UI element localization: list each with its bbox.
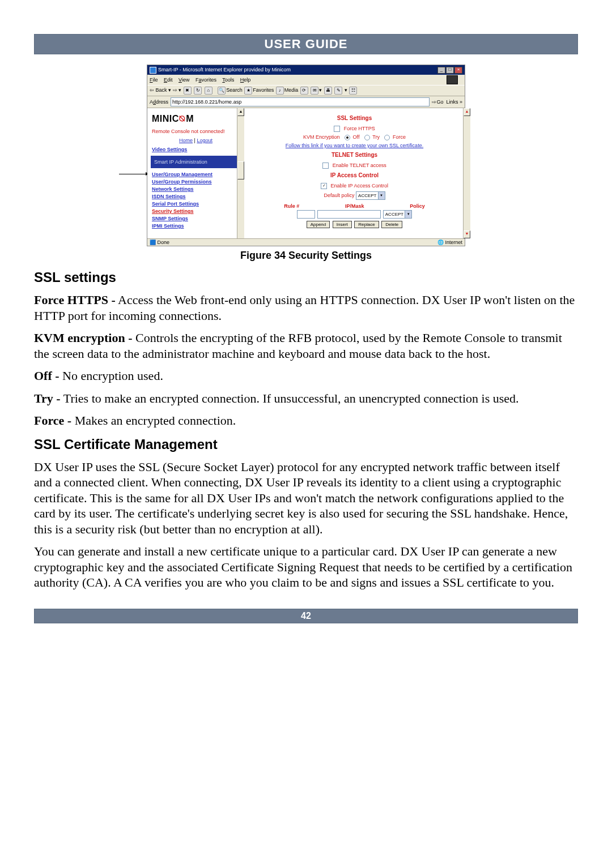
row-policy-select[interactable]: ACCEPT xyxy=(383,210,412,219)
main-scroll-up-icon[interactable]: ▲ xyxy=(464,108,470,116)
content-area: MINIC⦰M Remote Console not connected! Ho… xyxy=(147,108,465,238)
mail-icon[interactable]: ✉ xyxy=(311,87,318,95)
refresh-icon[interactable]: ↻ xyxy=(194,87,202,95)
term-try: Try - xyxy=(34,391,61,405)
sidebar-item-video[interactable]: Video Settings xyxy=(152,147,240,152)
kvm-radio-force[interactable] xyxy=(384,135,390,140)
term-off: Off - xyxy=(34,369,60,383)
para-off: Off - No encryption used. xyxy=(34,368,578,384)
status-done: 🟦 Done xyxy=(150,240,169,245)
window-buttons: _□× xyxy=(437,66,462,74)
media-button[interactable]: Media xyxy=(284,87,299,93)
ssl-cert-link[interactable]: Follow this link if you want to create y… xyxy=(250,143,459,148)
kvm-radio-try[interactable] xyxy=(364,135,370,140)
header-bar: USER GUIDE xyxy=(34,34,578,54)
ipac-buttons: Append Insert Replace Delete xyxy=(250,221,459,228)
home-icon[interactable]: ⌂ xyxy=(205,87,212,95)
home-logout: Home | Logout xyxy=(152,138,240,143)
sidebar-item-serial[interactable]: Serial Port Settings xyxy=(152,201,240,207)
history-icon[interactable]: ⟳ xyxy=(300,87,308,95)
sidebar-item-admin[interactable]: Smart IP Administration xyxy=(151,156,241,168)
search-icon[interactable]: 🔍 xyxy=(218,87,226,95)
print-icon[interactable]: 🖶 xyxy=(324,87,332,95)
force-https-row: Force HTTPS xyxy=(250,126,459,132)
main-scrollbar[interactable]: ▲ ▼ xyxy=(463,108,470,238)
sidebar-item-isdn[interactable]: ISDN Settings xyxy=(152,194,240,199)
para-force: Force - Makes an encrypted connection. xyxy=(34,413,578,429)
menu-help[interactable]: Help xyxy=(240,77,251,83)
status-zone: 🌐 Internet xyxy=(437,240,462,245)
rule-input[interactable] xyxy=(297,210,315,219)
sidebar-item-usergroup-mgmt[interactable]: User/Group Management xyxy=(152,172,240,177)
sidebar-item-ipmi[interactable]: IPMI Settings xyxy=(152,223,240,229)
term-kvm: KVM encryption - xyxy=(34,331,133,345)
telnet-enable-label: Enable TELNET access xyxy=(333,163,386,168)
status-bar: 🟦 Done 🌐 Internet xyxy=(147,238,465,246)
kvm-force-label: Force xyxy=(393,134,406,140)
scroll-up-icon[interactable]: ▲ xyxy=(237,108,244,116)
links-button[interactable]: Links » xyxy=(446,99,462,105)
append-button[interactable]: Append xyxy=(307,221,330,228)
stop-icon[interactable]: ✖ xyxy=(184,87,192,95)
ipac-table-header: Rule # IP/Mask Policy xyxy=(261,203,448,209)
ipac-enable-label: Enable IP Access Control xyxy=(331,183,388,189)
ipac-checkbox[interactable]: ✓ xyxy=(321,183,327,189)
logout-link[interactable]: Logout xyxy=(197,138,212,143)
address-bar: Address ⇨Go Links » xyxy=(147,96,465,108)
main-scroll-down-icon[interactable]: ▼ xyxy=(464,230,470,238)
default-policy-select[interactable]: ACCEPT xyxy=(356,191,385,200)
address-label: Address xyxy=(150,99,168,105)
window-title: Smart-IP - Microsoft Internet Explorer p… xyxy=(150,67,291,74)
home-link[interactable]: Home xyxy=(179,138,193,143)
sidebar: MINIC⦰M Remote Console not connected! Ho… xyxy=(147,108,244,238)
delete-button[interactable]: Delete xyxy=(381,221,402,228)
favorites-button[interactable]: Favorites xyxy=(253,87,274,93)
go-button[interactable]: ⇨Go xyxy=(432,99,443,105)
figure-34: Smart-IP - Microsoft Internet Explorer p… xyxy=(34,65,578,262)
replace-button[interactable]: Replace xyxy=(354,221,379,228)
figure-caption: Figure 34 Security Settings xyxy=(34,250,578,262)
discuss-icon[interactable]: ☷ xyxy=(349,87,357,95)
ipac-title: IP Access Control xyxy=(250,172,459,178)
address-input[interactable] xyxy=(171,97,430,106)
edit-icon[interactable]: ✎ xyxy=(334,87,342,95)
menu-edit[interactable]: Edit xyxy=(164,77,173,83)
col-ipmask: IP/Mask xyxy=(345,203,364,209)
sidebar-item-usergroup-perm[interactable]: User/Group Permissions xyxy=(152,179,240,185)
sidebar-scrollbar[interactable]: ▲ xyxy=(237,108,244,238)
force-https-label: Force HTTPS xyxy=(344,126,375,131)
force-https-checkbox[interactable] xyxy=(334,126,340,132)
sidebar-item-security[interactable]: Security Settings xyxy=(152,208,240,214)
media-icon[interactable]: ♪ xyxy=(276,87,284,95)
back-button[interactable]: ⇦ Back ▾ xyxy=(150,87,171,93)
callout-arrow xyxy=(119,174,148,174)
para-try: Try - Tries to make an encrypted connect… xyxy=(34,391,578,407)
default-policy-row: Default policy ACCEPT xyxy=(250,191,459,200)
ssl-settings-title: SSL Settings xyxy=(250,115,459,121)
sidebar-item-network[interactable]: Network Settings xyxy=(152,186,240,192)
ipmask-input[interactable] xyxy=(317,210,381,219)
menu-file[interactable]: File xyxy=(150,77,158,83)
minimize-icon[interactable]: _ xyxy=(437,67,445,74)
col-rule: Rule # xyxy=(284,203,299,209)
para-kvm: KVM encryption - Controls the encrypting… xyxy=(34,330,578,361)
search-button[interactable]: Search xyxy=(226,87,243,93)
sidebar-item-snmp[interactable]: SNMP Settings xyxy=(152,216,240,221)
forward-button[interactable]: ⇨ ▾ xyxy=(173,87,183,93)
insert-button[interactable]: Insert xyxy=(333,221,352,228)
menu-tools[interactable]: Tools xyxy=(222,77,234,83)
favorites-icon[interactable]: ★ xyxy=(244,87,252,95)
maximize-icon[interactable]: □ xyxy=(446,67,454,74)
close-icon[interactable]: × xyxy=(454,67,462,74)
telnet-checkbox[interactable] xyxy=(322,163,329,169)
term-force: Force - xyxy=(34,413,71,427)
default-policy-label: Default policy xyxy=(324,193,355,198)
menu-favorites[interactable]: Favorites xyxy=(196,77,216,83)
menu-throbber-icon xyxy=(447,75,458,84)
heading-ssl-cert-mgmt: SSL Certificate Management xyxy=(34,437,578,452)
menu-view[interactable]: View xyxy=(178,77,189,83)
heading-ssl-settings: SSL settings xyxy=(34,270,578,285)
scroll-thumb[interactable] xyxy=(237,161,244,179)
kvm-radio-off[interactable] xyxy=(345,135,350,140)
ipac-enable-row: ✓ Enable IP Access Control xyxy=(250,183,459,189)
